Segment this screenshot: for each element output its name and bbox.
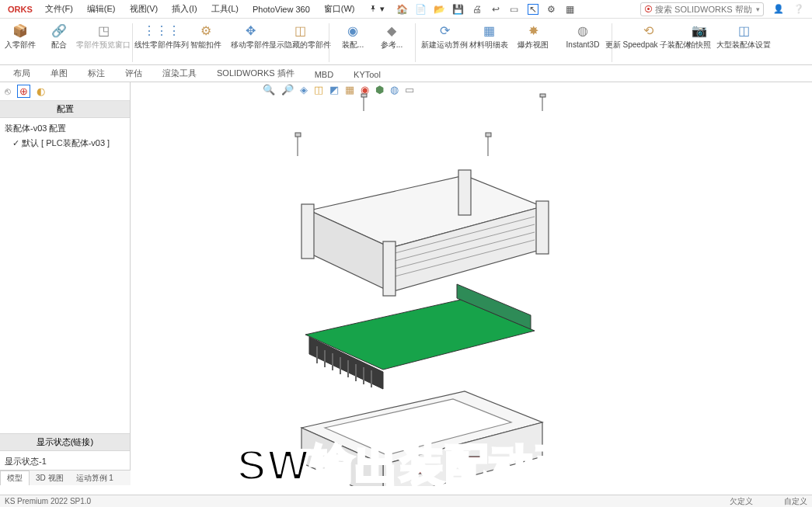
search-box[interactable]: ⦿ ▾: [640, 2, 764, 16]
menu-file[interactable]: 文件(F): [39, 2, 79, 16]
asm-icon: ◉: [344, 22, 361, 39]
status-custom: 自定义: [784, 496, 807, 507]
motion-icon: ⟳: [436, 22, 453, 39]
ribbon-mate[interactable]: 🔗配合: [42, 20, 76, 50]
search-dropdown-icon[interactable]: ▾: [756, 5, 760, 13]
instant3d-icon: ◍: [574, 22, 591, 39]
feature-tabbar: 布局 单图 标注 评估 渲染工具 SOLIDWORKS 插件 MBD KYToo…: [0, 65, 812, 82]
tab-mbd[interactable]: MBD: [305, 67, 343, 82]
preview-icon: ◳: [95, 22, 112, 39]
tab-sketch[interactable]: 单图: [40, 64, 78, 82]
tab-plugins[interactable]: SOLIDWORKS 插件: [207, 64, 305, 82]
svg-rect-24: [414, 469, 430, 474]
config-tree[interactable]: 装配体-v03 配置 ✓ 默认 [ PLC装配体-v03 ]: [0, 118, 130, 433]
config-panel-header: 配置: [0, 101, 130, 118]
tab-eval[interactable]: 评估: [115, 64, 152, 82]
select-icon[interactable]: ▭: [509, 4, 520, 15]
svg-rect-6: [486, 133, 491, 137]
move-icon: ✥: [242, 22, 259, 39]
app-icon[interactable]: ▦: [565, 4, 576, 15]
menu-insert[interactable]: 插入(I): [166, 2, 203, 16]
graphics-viewport[interactable]: 🔍 🔎 ◈ ◫ ◩ ▦ ◉ ⬢ ◍ ▭: [131, 82, 812, 485]
ribbon-speedpak[interactable]: ⟲更新 Speedpak 子装配体: [619, 20, 678, 50]
tab-render[interactable]: 渲染工具: [152, 64, 207, 82]
ribbon-large-assembly[interactable]: ◫大型装配体设置: [721, 20, 766, 50]
menubar: ORKS 文件(F) 编辑(E) 视图(V) 插入(I) 工具(L) Photo…: [0, 0, 812, 19]
svg-rect-2: [540, 94, 545, 97]
ribbon-bom[interactable]: ▦材料明细表: [472, 20, 506, 50]
tab-annot[interactable]: 标注: [78, 64, 115, 82]
ribbon-exploded-view[interactable]: ✸爆炸视图: [511, 20, 556, 50]
ribbon-show-hidden[interactable]: ◫显示隐藏的零部件: [277, 20, 322, 50]
bottom-tabstrip: 模型 3D 视图 运动算例 1: [0, 470, 131, 485]
camera-icon: 📷: [691, 22, 708, 39]
config-tab-icon[interactable]: ⊕: [17, 85, 30, 98]
statusbar: KS Premium 2022 SP1.0 欠定义 自定义: [0, 495, 812, 507]
pattern-icon: ⋮⋮⋮: [153, 22, 170, 39]
svg-rect-4: [295, 133, 301, 137]
tab-kytool[interactable]: KYTool: [343, 67, 391, 82]
menu-window[interactable]: 窗口(W): [318, 2, 361, 16]
user-icon[interactable]: 👤: [773, 4, 784, 14]
search-icon: ⦿: [644, 5, 653, 14]
feature-manager-panel: ⎋ ⊕ ◐ 配置 装配体-v03 配置 ✓ 默认 [ PLC装配体-v03 ] …: [0, 82, 131, 485]
display-state-item[interactable]: 显示状态-1: [2, 454, 128, 469]
print-icon[interactable]: 🖨: [472, 4, 483, 15]
btab-motion1[interactable]: 运动算例 1: [70, 471, 120, 485]
ribbon-instant3d[interactable]: ◍Instant3D: [560, 20, 605, 50]
menu-tools[interactable]: 工具(L): [205, 2, 245, 16]
menu-more-icon[interactable]: 🖈 ▾: [363, 2, 391, 16]
svg-rect-12: [301, 204, 314, 259]
ribbon-smart-fasten[interactable]: ⚙智能扣件: [189, 20, 223, 50]
tree-default-config[interactable]: ✓ 默认 [ PLC装配体-v03 ]: [2, 136, 128, 151]
header-right: 👤 ❔: [773, 4, 804, 14]
ribbon-preview[interactable]: ◳零部件预览窗口: [81, 20, 126, 50]
svg-rect-25: [469, 457, 484, 461]
mate-icon: 🔗: [51, 22, 68, 39]
undo-icon[interactable]: ↩: [490, 4, 501, 15]
save-icon[interactable]: 💾: [453, 4, 464, 15]
ribbon-assembly-features[interactable]: ◉装配...: [336, 20, 370, 50]
exploded-icon: ✸: [524, 22, 542, 39]
quick-access-toolbar: 🏠 📄 📂 💾 🖨 ↩ ▭ ↖ ⚙ ▦: [397, 4, 576, 15]
status-product: KS Premium 2022 SP1.0: [5, 497, 91, 505]
cursor-icon[interactable]: ↖: [528, 4, 538, 15]
ribbon-reference[interactable]: ◆参考...: [375, 20, 409, 50]
help-icon[interactable]: ❔: [793, 4, 804, 14]
menu-photoview[interactable]: PhotoView 360: [246, 3, 316, 16]
svg-rect-15: [536, 201, 549, 254]
feature-tree-icon[interactable]: ⎋: [5, 85, 11, 97]
showhidden-icon: ◫: [291, 22, 308, 39]
sidebar-tabs: ⎋ ⊕ ◐: [0, 82, 130, 101]
tree-root[interactable]: 装配体-v03 配置: [2, 121, 128, 136]
open-icon[interactable]: 📂: [434, 4, 445, 15]
menu-view[interactable]: 视图(V): [124, 2, 165, 16]
search-input[interactable]: [655, 5, 756, 14]
ribbon: 📦入零部件 🔗配合 ◳零部件预览窗口 ⋮⋮⋮线性零部件阵列 ⚙智能扣件 ✥移动零…: [0, 19, 812, 65]
insert-comp-icon: 📦: [12, 22, 29, 39]
btab-model[interactable]: 模型: [0, 471, 30, 485]
ribbon-linear-pattern[interactable]: ⋮⋮⋮线性零部件阵列: [139, 20, 184, 50]
ribbon-insert-component[interactable]: 📦入零部件: [3, 20, 37, 50]
menu-edit[interactable]: 编辑(E): [81, 2, 122, 16]
status-underdefined: 欠定义: [730, 496, 753, 507]
bom-icon: ▦: [480, 22, 497, 39]
options-icon[interactable]: ⚙: [546, 4, 557, 15]
display-state-header: 显示状态(链接): [0, 434, 130, 451]
tab-layout[interactable]: 布局: [3, 64, 40, 82]
svg-rect-13: [383, 241, 396, 296]
home-icon[interactable]: 🏠: [397, 4, 408, 15]
workspace: ⎋ ⊕ ◐ 配置 装配体-v03 配置 ✓ 默认 [ PLC装配体-v03 ] …: [0, 82, 812, 485]
svg-rect-0: [361, 94, 367, 97]
display-tab-icon[interactable]: ◐: [37, 85, 45, 97]
model-render: [154, 90, 651, 486]
fasten-icon: ⚙: [197, 22, 214, 39]
svg-rect-14: [458, 170, 471, 215]
ribbon-new-motion[interactable]: ⟳新建运动算例: [422, 20, 467, 50]
app-name: ORKS: [3, 5, 37, 14]
new-icon[interactable]: 📄: [416, 4, 427, 15]
ribbon-snapshot[interactable]: 📷拍快照: [682, 20, 716, 50]
ribbon-move-component[interactable]: ✥移动零部件: [228, 20, 273, 50]
btab-3dview[interactable]: 3D 视图: [30, 471, 70, 485]
ref-icon: ◆: [383, 22, 400, 39]
